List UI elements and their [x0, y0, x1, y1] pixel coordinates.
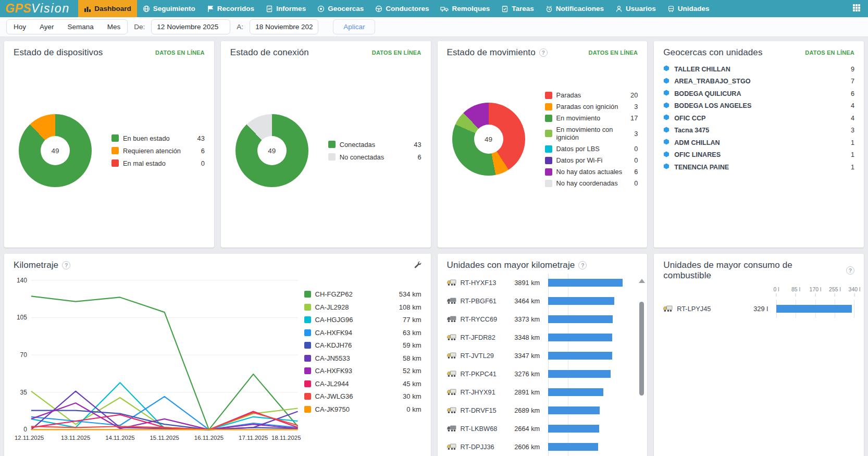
geofence-unit-count: 1	[851, 164, 854, 171]
globe-icon	[143, 5, 150, 13]
bar-track	[776, 300, 854, 318]
unit-row[interactable]: RT-PBGF613464 km	[447, 292, 627, 310]
unit-row[interactable]: RT-HYXF133891 km	[447, 274, 627, 292]
help-icon[interactable]: ?	[539, 48, 548, 57]
wrench-settings-icon[interactable]	[414, 261, 421, 270]
legend-item: En movimiento con ignición3	[545, 126, 638, 141]
nav-item-dashboard[interactable]: Dashboard	[78, 0, 137, 17]
nav-item-remolques[interactable]: Remolques	[435, 0, 495, 17]
mileage-line-chart[interactable]: 0357010514012.11.202513.11.202514.11.202…	[14, 274, 304, 447]
geofence-row[interactable]: AREA_TRABAJO_STGO7	[663, 76, 854, 88]
unit-row[interactable]: RT-PKPC413276 km	[447, 365, 627, 383]
movement-donut-chart[interactable]: 49	[452, 103, 525, 176]
unit-value: 2664 km	[507, 425, 540, 433]
nav-item-recorridos[interactable]: Recorridos	[201, 0, 260, 17]
fuel-list: RT-LPYJ45329 l	[663, 300, 854, 318]
legend-label: No hay coordenadas	[556, 179, 618, 187]
dashboard-icon	[84, 5, 91, 13]
scroll-up-button[interactable]	[639, 279, 645, 283]
panel-title: Kilometraje	[14, 260, 58, 270]
online-data-badge: DATOS EN LÍNEA	[805, 50, 854, 56]
bar-track	[548, 420, 626, 438]
geofence-row[interactable]: TENENCIA PAINE1	[663, 161, 854, 174]
bar-track	[548, 292, 626, 310]
geofence-name: OFIC LINARES	[674, 151, 721, 158]
unit-row[interactable]: RT-DRVF152689 km	[447, 401, 627, 420]
geofence-hexagon-icon	[663, 65, 669, 73]
to-date-label: A:	[237, 23, 243, 31]
geofence-unit-count: 9	[851, 66, 854, 73]
legend-swatch	[545, 157, 552, 164]
to-date-input[interactable]	[250, 19, 318, 34]
geofence-row[interactable]: ADM CHILLAN1	[663, 137, 854, 149]
legend-item: No hay coordenadas0	[545, 179, 638, 187]
from-date-input[interactable]	[151, 19, 230, 34]
legend-item: Paradas20	[545, 91, 638, 99]
geofence-unit-count: 4	[851, 115, 854, 122]
help-icon[interactable]: ?	[62, 261, 70, 269]
devices-donut-chart[interactable]: 49	[19, 114, 92, 187]
range-ayer-button[interactable]: Ayer	[33, 20, 61, 34]
range-mes-button[interactable]: Mes	[101, 20, 128, 34]
help-icon[interactable]: ?	[578, 261, 587, 269]
geofence-unit-count: 7	[851, 78, 854, 85]
unit-name-label: CA-JL2944	[315, 380, 349, 388]
unit-value: 3464 km	[507, 297, 540, 305]
geofence-row[interactable]: BODEGA QUILICURA6	[663, 88, 854, 100]
legend-swatch	[545, 92, 552, 99]
movement-panel: Estado de movimiento ? DATOS EN LÍNEA 49…	[438, 41, 648, 248]
trailer-icon	[440, 5, 449, 13]
geofence-unit-count: 6	[851, 90, 854, 97]
legend-item: Requieren atención6	[111, 147, 205, 155]
scrollbar[interactable]	[639, 279, 645, 456]
unit-row[interactable]: RT-JVTL293347 km	[447, 347, 627, 365]
unit-row[interactable]: RT-LPYJ45329 l	[663, 300, 854, 318]
truck-icon	[663, 305, 673, 312]
range-hoy-button[interactable]: Hoy	[7, 20, 33, 34]
series-CA-HGJG96	[31, 383, 298, 429]
steering-wheel-icon	[375, 5, 382, 13]
unit-row[interactable]: RT-LKBW682664 km	[447, 420, 627, 438]
nav-item-geocercas[interactable]: Geocercas	[312, 0, 369, 17]
geofence-hexagon-icon	[663, 139, 669, 146]
unit-row[interactable]: RT-JHYX912891 km	[447, 383, 627, 401]
truck-dark-icon	[447, 316, 456, 323]
value-bar	[548, 297, 614, 305]
geofence-row[interactable]: OFIC LINARES1	[663, 149, 854, 162]
nav-item-tareas[interactable]: Tareas	[495, 0, 540, 17]
geofence-row[interactable]: OFIC CCP4	[663, 112, 854, 125]
unit-row[interactable]: RT-JFDR823348 km	[447, 328, 627, 347]
apps-grid-button[interactable]	[845, 0, 868, 17]
geofence-row[interactable]: TALLER CHILLAN9	[663, 63, 854, 76]
mileage-legend-item: CH-FGZP62534 km	[304, 290, 421, 298]
truck-yellow-icon	[447, 371, 456, 377]
connection-donut-chart[interactable]: 49	[235, 114, 308, 187]
geofence-row[interactable]: Tacna 34753	[663, 125, 854, 137]
nav-item-notificaciones[interactable]: Notificaciones	[540, 0, 610, 17]
help-icon[interactable]: ?	[846, 266, 854, 275]
top-mileage-panel: Unidades con mayor kilometraje ? RT-HYXF…	[438, 254, 648, 456]
truck-yellow-icon	[447, 279, 456, 286]
geofence-name: ADM CHILLAN	[674, 139, 720, 146]
truck-dark-icon	[447, 298, 456, 304]
app-logo[interactable]: GPSVision	[0, 0, 78, 17]
nav-item-usuarios[interactable]: Usuarios	[610, 0, 662, 17]
geofence-row[interactable]: BODEGA LOS ANGELES4	[663, 100, 854, 113]
unit-name: RT-PBGF61	[461, 297, 504, 305]
unit-row[interactable]: RT-RYCC693373 km	[447, 310, 627, 328]
svg-text:105: 105	[17, 314, 27, 321]
legend-item: Conectadas43	[328, 141, 421, 149]
legend-swatch	[545, 180, 552, 187]
bar-track	[548, 310, 626, 328]
dashboard-grid: Estado de dispositivos DATOS EN LÍNEA 49…	[0, 37, 868, 456]
range-semana-button[interactable]: Semana	[61, 20, 101, 34]
legend-swatch	[545, 103, 552, 110]
nav-item-informes[interactable]: Informes	[260, 0, 312, 17]
apply-button[interactable]: Aplicar	[333, 19, 375, 34]
svg-text:12.11.2025: 12.11.2025	[15, 435, 44, 441]
nav-item-conductores[interactable]: Conductores	[369, 0, 435, 17]
scroll-thumb[interactable]	[639, 302, 644, 396]
nav-item-seguimiento[interactable]: Seguimiento	[137, 0, 201, 17]
unit-row[interactable]: RT-DPJJ362606 km	[447, 438, 627, 456]
nav-item-unidades[interactable]: Unidades	[662, 0, 715, 17]
